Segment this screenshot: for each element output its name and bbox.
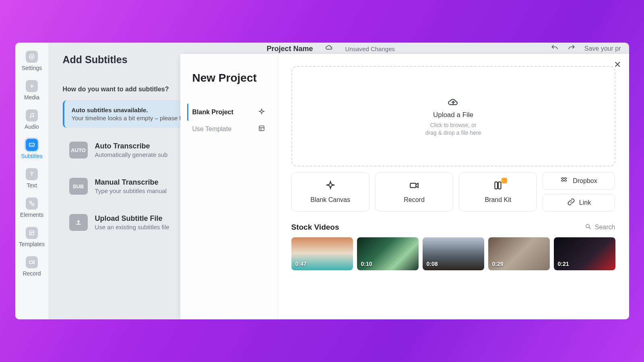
text-icon <box>26 168 38 180</box>
upload-cloud-icon <box>448 96 459 109</box>
svg-rect-7 <box>30 231 34 235</box>
video-duration: 0:29 <box>492 261 504 267</box>
stock-search-button[interactable]: Search <box>585 223 615 232</box>
search-label: Search <box>595 224 615 231</box>
video-duration: 0:21 <box>558 261 569 267</box>
sidebar-item-media[interactable]: Media <box>24 80 39 101</box>
svg-point-6 <box>32 204 34 206</box>
upload-title: Upload a File <box>433 111 473 119</box>
camera-icon <box>26 256 38 268</box>
layout-icon <box>258 125 265 134</box>
stock-video-thumb[interactable]: 0:10 <box>357 237 419 270</box>
sidebar-item-audio[interactable]: Audio <box>25 109 39 130</box>
watermark: A <box>521 286 539 318</box>
modal-content: ✕ Upload a File Click to browse, ordrag … <box>278 54 629 319</box>
music-icon <box>26 109 38 121</box>
svg-rect-12 <box>498 182 501 189</box>
undo-button[interactable] <box>551 44 559 53</box>
svg-point-1 <box>29 54 34 59</box>
option-subtext: Type your subtitles manual <box>95 187 167 194</box>
tile-label: Record <box>404 196 425 204</box>
svg-rect-9 <box>259 126 264 131</box>
tile-dropbox[interactable]: Dropbox <box>543 172 615 190</box>
tile-label: Blank Canvas <box>310 196 350 204</box>
camera-icon <box>409 180 419 192</box>
menu-item-use-template[interactable]: Use Template <box>192 121 265 138</box>
tile-label: Dropbox <box>573 177 597 185</box>
svg-rect-8 <box>29 261 33 264</box>
sidebar-item-templates[interactable]: Templates <box>19 227 45 247</box>
menu-item-blank-project[interactable]: Blank Project <box>187 104 265 121</box>
tile-record[interactable]: Record <box>375 172 453 212</box>
shapes-icon <box>26 197 38 210</box>
video-duration: 0:10 <box>361 261 372 267</box>
save-status: Unsaved Changes <box>345 45 395 52</box>
modal-title: New Project <box>192 72 265 84</box>
cloud-icon <box>325 44 333 53</box>
tile-label: Brand Kit <box>485 196 511 204</box>
svg-point-13 <box>586 224 590 228</box>
sidebar-item-label: Settings <box>22 65 42 71</box>
stock-videos-header: Stock Videos Search <box>291 223 615 232</box>
video-duration: 0:47 <box>295 261 307 267</box>
menu-label: Blank Project <box>192 109 233 116</box>
option-title: Upload Subtitle File <box>95 214 169 223</box>
upload-subtext: Click to browse, ordrag & drop a file he… <box>425 121 481 137</box>
stock-video-thumb[interactable]: 0:08 <box>423 237 484 270</box>
new-project-modal: New Project Blank Project Use Template ✕… <box>180 54 629 319</box>
notification-badge <box>502 178 507 183</box>
sidebar-item-settings[interactable]: Settings <box>22 51 42 71</box>
dropbox-icon <box>561 176 569 186</box>
svg-rect-11 <box>495 182 498 189</box>
stock-video-thumb[interactable]: 0:29 <box>488 237 550 270</box>
option-title: Manual Transcribe <box>95 178 167 187</box>
option-badge: SUB <box>69 178 88 195</box>
sidebar-item-label: Record <box>23 270 41 277</box>
tile-label: Link <box>579 199 591 206</box>
tile-blank-canvas[interactable]: Blank Canvas <box>291 172 369 212</box>
link-icon <box>567 198 575 208</box>
upload-dropzone[interactable]: Upload a File Click to browse, ordrag & … <box>291 66 615 167</box>
sidebar-item-label: Audio <box>25 123 39 130</box>
search-icon <box>585 223 592 232</box>
sidebar-item-text[interactable]: Text <box>26 168 38 189</box>
gear-icon <box>26 51 38 63</box>
stock-video-row: 0:47 0:10 0:08 0:29 0:21 <box>291 237 615 270</box>
stock-video-thumb[interactable]: 0:47 <box>291 237 353 270</box>
stock-video-thumb[interactable]: 0:21 <box>554 237 615 270</box>
sidebar-item-record[interactable]: Record <box>23 256 41 277</box>
sidebar-item-subtitles[interactable]: Subtitles <box>21 139 43 159</box>
tile-link[interactable]: Link <box>543 194 615 212</box>
sparkle-icon <box>325 180 336 192</box>
project-type-tiles: Blank Canvas Record Brand Kit D <box>291 172 615 212</box>
project-name[interactable]: Project Name <box>267 45 313 53</box>
svg-rect-4 <box>29 143 34 146</box>
sparkle-icon <box>258 108 265 117</box>
option-title: Auto Transcribe <box>95 142 168 150</box>
sidebar-item-label: Templates <box>19 241 45 247</box>
sidebar-item-label: Elements <box>20 212 43 218</box>
video-duration: 0:08 <box>427 261 438 267</box>
svg-point-3 <box>33 116 34 117</box>
svg-point-0 <box>31 56 33 58</box>
topbar: Project Name Unsaved Changes Save your p… <box>259 43 629 55</box>
sidebar-item-elements[interactable]: Elements <box>20 197 43 218</box>
save-hint: Save your pr <box>584 45 621 52</box>
redo-button[interactable] <box>568 44 576 53</box>
sidebar-item-label: Media <box>24 94 39 101</box>
svg-rect-5 <box>30 202 32 204</box>
subtitles-icon <box>26 139 38 151</box>
layout-icon <box>26 227 38 239</box>
menu-label: Use Template <box>192 125 232 133</box>
modal-sidebar: New Project Blank Project Use Template <box>180 54 278 319</box>
option-subtext: Automatically generate sub <box>95 151 168 158</box>
svg-point-2 <box>30 117 31 118</box>
svg-rect-10 <box>410 183 416 188</box>
tile-brand-kit[interactable]: Brand Kit <box>459 172 537 212</box>
app-frame: Settings Media Audio Subtitles Text Elem… <box>15 43 629 319</box>
sidebar-item-label: Subtitles <box>21 153 43 159</box>
close-button[interactable]: ✕ <box>614 60 621 70</box>
sidebar-item-label: Text <box>27 182 37 189</box>
upload-icon <box>69 214 88 231</box>
brand-kit-icon <box>493 180 503 192</box>
